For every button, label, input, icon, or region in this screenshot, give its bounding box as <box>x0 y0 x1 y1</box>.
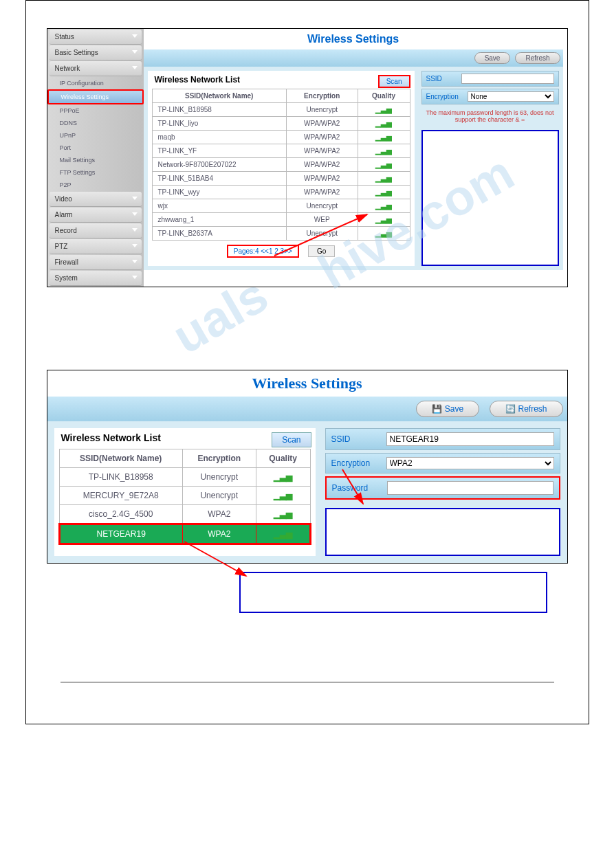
config-panel: SSID Encryption WPA2 Password <box>325 428 560 556</box>
refresh-button[interactable]: 🔄 Refresh <box>490 401 562 417</box>
scan-button[interactable]: Scan <box>378 75 410 88</box>
sidebar-sub-pppoe[interactable]: PPPoE <box>47 104 144 117</box>
pages-text[interactable]: Pages:4 <<1 2 3>> <box>227 245 299 258</box>
signal-icon: ▁▃▅ <box>375 188 392 196</box>
table-row[interactable]: NETGEAR19WPA2▁▃▅ <box>59 524 310 544</box>
encryption-cell: Unencrypt <box>182 487 256 505</box>
table-row[interactable]: TP-LINK_51BAB4WPA/WPA2▁▃▅ <box>152 172 410 186</box>
sidebar-sub-ip-configuration[interactable]: IP Configuration <box>47 77 144 89</box>
sidebar-item-record[interactable]: Record <box>50 223 142 238</box>
encryption-cell: WPA2 <box>182 524 256 544</box>
quality-cell: ▁▃▅ <box>256 487 310 505</box>
table-row[interactable]: cisco_2.4G_4500WPA2▁▃▅ <box>59 505 310 524</box>
quality-cell: ▁▃▅ <box>358 117 410 131</box>
sidebar-item-alarm[interactable]: Alarm <box>50 208 142 223</box>
signal-icon: ▁▃▅ <box>274 472 292 482</box>
table-row[interactable]: TP-LINK_B18958Unencrypt▁▃▅ <box>152 103 410 117</box>
config-panel: SSID Encryption None The maximum passwor… <box>421 71 559 266</box>
ssid-cell: cisco_2.4G_4500 <box>59 505 182 524</box>
table-row[interactable]: TP-LINK_YFWPA/WPA2▁▃▅ <box>152 144 410 158</box>
table-header: Quality <box>256 449 310 468</box>
signal-icon: ▁▃▅ <box>274 509 292 519</box>
sidebar-item-firewall[interactable]: Firewall <box>50 255 142 270</box>
refresh-button[interactable]: Refresh <box>515 52 560 64</box>
ssid-cell: TP-LINK_B18958 <box>152 103 286 117</box>
callout-box-below <box>239 572 547 613</box>
save-button[interactable]: 💾 Save <box>416 401 479 417</box>
encryption-select[interactable]: None <box>468 91 554 102</box>
sidebar-item-system[interactable]: System <box>50 271 142 286</box>
table-row[interactable]: MERCURY_9E72A8Unencrypt▁▃▅ <box>59 487 310 505</box>
sidebar-item-basic-settings[interactable]: Basic Settings <box>50 45 142 60</box>
table-row[interactable]: maqbWPA/WPA2▁▃▅ <box>152 131 410 144</box>
encryption-cell: WPA/WPA2 <box>286 131 358 144</box>
table-row[interactable]: TP-LINK_wyyWPA/WPA2▁▃▅ <box>152 186 410 199</box>
encryption-cell: WEP <box>286 213 358 227</box>
table-row[interactable]: TP-LINK_B18958Unencrypt▁▃▅ <box>59 468 310 487</box>
encryption-cell: WPA/WPA2 <box>286 172 358 186</box>
save-button[interactable]: Save <box>474 52 511 64</box>
ssid-cell: NETGEAR19 <box>59 524 182 544</box>
signal-icon: ▁▃▅ <box>274 529 292 539</box>
sidebar-sub-mail-settings[interactable]: Mail Settings <box>47 154 144 166</box>
wireless-list-title: Wireless Network List <box>152 72 243 87</box>
ssid-cell: TP-LINK_B18958 <box>59 468 182 487</box>
sidebar-sub-p2p[interactable]: P2P <box>47 179 144 191</box>
sidebar-sub-ftp-settings[interactable]: FTP Settings <box>47 166 144 179</box>
footer-divider <box>61 682 554 682</box>
wireless-list-panel: Wireless Network List Scan SSID(Network … <box>148 71 415 266</box>
wireless-table: SSID(Network Name)EncryptionQuality TP-L… <box>152 89 410 241</box>
callout-box <box>421 130 559 266</box>
go-button[interactable]: Go <box>308 245 335 257</box>
sidebar-sub-port[interactable]: Port <box>47 142 144 154</box>
table-header: Encryption <box>182 449 256 468</box>
password-input[interactable] <box>387 481 553 495</box>
password-hint: The maximum password length is 63, does … <box>421 107 559 126</box>
password-label: Password <box>332 483 387 493</box>
quality-cell: ▁▃▅ <box>358 186 410 199</box>
encryption-cell: WPA2 <box>182 505 256 524</box>
sidebar-sub-wireless-settings[interactable]: Wireless Settings <box>47 89 144 104</box>
sidebar-sub-upnp[interactable]: UPnP <box>47 129 144 142</box>
table-header: SSID(Network Name) <box>59 449 182 468</box>
signal-icon: ▁▃▅ <box>375 120 392 127</box>
encryption-cell: WPA/WPA2 <box>286 117 358 131</box>
quality-cell: ▁▃▅ <box>358 103 410 117</box>
ssid-input[interactable] <box>461 74 554 84</box>
signal-icon: ▁▃▅ <box>274 491 292 500</box>
quality-cell: ▁▃▅ <box>256 505 310 524</box>
table-header: Quality <box>358 89 410 103</box>
sidebar-item-video[interactable]: Video <box>50 192 142 207</box>
signal-icon: ▁▃▅ <box>375 106 392 113</box>
table-row[interactable]: zhwwang_1WEP▁▃▅ <box>152 213 410 227</box>
page-title: Wireless Settings <box>144 29 563 49</box>
encryption-select[interactable]: WPA2 <box>386 457 554 469</box>
scan-button[interactable]: Scan <box>272 432 311 447</box>
table-row[interactable]: Network-9F8700E207022WPA/WPA2▁▃▅ <box>152 158 410 172</box>
callout-box <box>325 508 560 556</box>
encryption-cell: Unencrypt <box>182 468 256 487</box>
sidebar-item-status[interactable]: Status <box>50 30 142 45</box>
quality-cell: ▁▃▅ <box>256 468 310 487</box>
signal-icon: ▁▃▅ <box>375 175 392 182</box>
table-row[interactable]: wjxUnencrypt▁▃▅ <box>152 199 410 213</box>
ssid-cell: Network-9F8700E207022 <box>152 158 286 172</box>
encryption-label: Encryption <box>331 458 386 468</box>
sidebar-item-network[interactable]: Network <box>50 61 142 76</box>
ssid-cell: TP-LINK_B2637A <box>152 227 286 241</box>
sidebar-item-ptz[interactable]: PTZ <box>50 239 142 254</box>
wireless-list-panel: Wireless Network List Scan SSID(Network … <box>54 428 316 556</box>
sidebar-sub-ddns[interactable]: DDNS <box>47 117 144 129</box>
quality-cell: ▁▃▅ <box>358 172 410 186</box>
encryption-label: Encryption <box>426 93 468 100</box>
pagination: Pages:4 <<1 2 3>> Go <box>152 241 410 262</box>
wireless-table: SSID(Network Name)EncryptionQuality TP-L… <box>58 449 311 545</box>
ssid-cell: zhwwang_1 <box>152 213 286 227</box>
toolbar: 💾 Save 🔄 Refresh <box>47 397 567 421</box>
ssid-input[interactable] <box>386 432 554 446</box>
table-row[interactable]: TP-LINK_liyoWPA/WPA2▁▃▅ <box>152 117 410 131</box>
ssid-cell: TP-LINK_wyy <box>152 186 286 199</box>
signal-icon: ▁▃▅ <box>375 230 392 237</box>
table-row[interactable]: TP-LINK_B2637AUnencrypt▁▃▅ <box>152 227 410 241</box>
signal-icon: ▁▃▅ <box>375 202 392 210</box>
